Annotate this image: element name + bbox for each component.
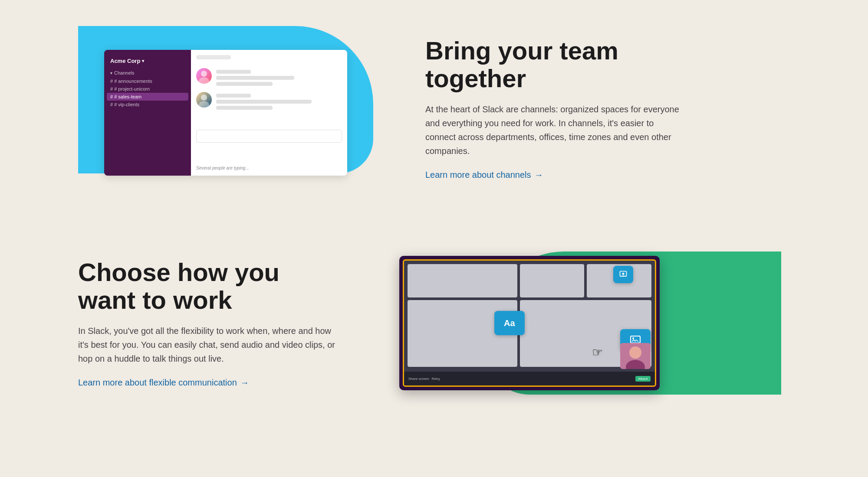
- msg-line: [216, 76, 294, 80]
- channels-illustration: Acme Corp Channels # announcements # pro…: [78, 26, 391, 191]
- msg-line: [216, 70, 251, 74]
- screen-mock-inner: Aa: [403, 259, 656, 387]
- share-icon-button[interactable]: [613, 266, 633, 283]
- flexible-illustration: Aa: [373, 243, 781, 403]
- text-format-icon[interactable]: Aa: [494, 311, 525, 335]
- msg-line: [216, 94, 251, 98]
- svg-point-2: [201, 95, 207, 101]
- svg-point-9: [629, 346, 641, 359]
- flexible-body: In Slack, you've got all the flexibility…: [78, 324, 339, 366]
- workspace-name: Acme Corp: [104, 55, 191, 69]
- participant-avatar: [620, 343, 651, 369]
- channels-title: Bring your team together: [425, 37, 686, 92]
- svg-point-5: [622, 273, 625, 275]
- retry-label: Retry: [432, 377, 440, 381]
- slack-top-bar: [196, 55, 231, 59]
- flexible-title: Choose how you want to work: [78, 258, 339, 314]
- slack-sidebar: Acme Corp Channels # announcements # pro…: [104, 50, 191, 176]
- section-channels: Acme Corp Channels # announcements # pro…: [0, 0, 868, 217]
- share-screen-icon: [619, 270, 628, 279]
- msg-line: [216, 106, 273, 110]
- channel-project-unicorn[interactable]: # project-unicorn: [104, 85, 191, 93]
- channels-body: At the heart of Slack are channels: orga…: [425, 102, 686, 158]
- flexible-learn-arrow: →: [240, 378, 249, 388]
- svg-point-3: [199, 101, 209, 108]
- flexible-learn-text: Learn more about flexible communication: [78, 378, 237, 388]
- aa-label: Aa: [504, 318, 515, 328]
- channel-announcements[interactable]: # announcements: [104, 77, 191, 85]
- message-row-2: [196, 92, 342, 110]
- channel-sales-team-active[interactable]: # sales-team: [107, 93, 188, 101]
- attach-button[interactable]: Attach: [635, 376, 651, 382]
- message-lines-1: [216, 68, 294, 86]
- channels-learn-link[interactable]: Learn more about channels →: [425, 170, 543, 180]
- channels-learn-text: Learn more about channels: [425, 170, 531, 180]
- section-flexible: Choose how you want to work In Slack, yo…: [0, 217, 868, 438]
- avatar-2: [196, 92, 212, 108]
- svg-point-7: [632, 337, 634, 339]
- channels-section-header: Channels: [104, 69, 191, 77]
- slack-ui-mockup: Acme Corp Channels # announcements # pro…: [104, 50, 347, 176]
- slack-main-area: Several people are typing...: [191, 50, 347, 176]
- message-row-1: [196, 68, 342, 86]
- message-lines-2: [216, 92, 312, 110]
- page-wrapper: Acme Corp Channels # announcements # pro…: [0, 0, 868, 477]
- slack-input-bar[interactable]: [196, 130, 342, 143]
- channel-vip-clients[interactable]: # vip-clients: [104, 101, 191, 108]
- avatar-1: [196, 68, 212, 84]
- typing-indicator: Several people are typing...: [196, 162, 342, 170]
- cursor-hand-icon: ☞: [592, 345, 603, 359]
- screen-bottom-bar: Share screen Retry Attach: [404, 372, 655, 386]
- svg-point-0: [201, 71, 207, 77]
- screen-block-1: [408, 264, 517, 297]
- channels-learn-arrow: →: [535, 170, 543, 180]
- share-screen-label: Share screen: [408, 377, 429, 381]
- screen-placeholder-1: [520, 264, 585, 297]
- svg-rect-6: [631, 336, 640, 343]
- flexible-learn-link[interactable]: Learn more about flexible communication …: [78, 378, 249, 388]
- flexible-text-content: Choose how you want to work In Slack, yo…: [78, 258, 339, 388]
- svg-point-1: [199, 77, 209, 84]
- msg-line: [216, 82, 273, 86]
- screen-share-mockup: Aa: [399, 256, 660, 390]
- channels-text-content: Bring your team together At the heart of…: [425, 37, 686, 180]
- msg-line: [216, 100, 312, 104]
